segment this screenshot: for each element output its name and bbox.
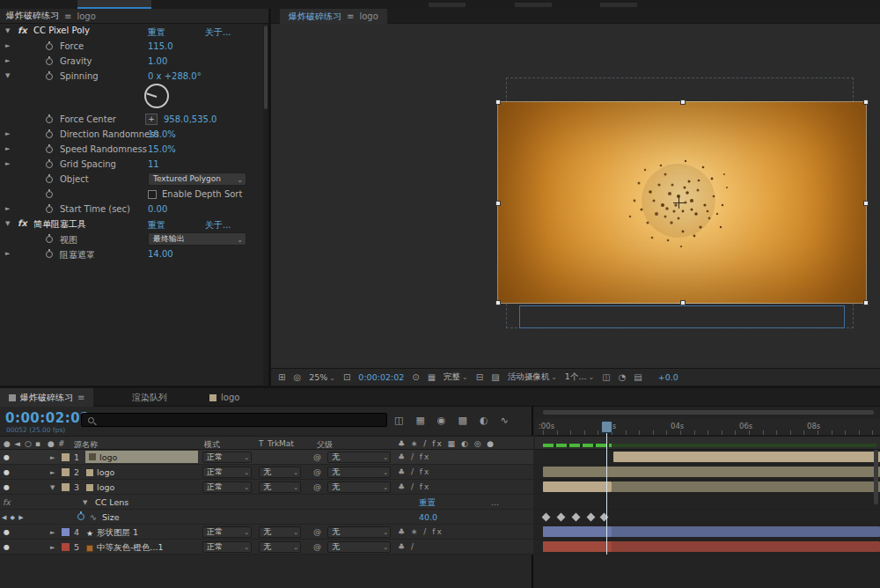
parent-dropdown[interactable]: 无⌄	[327, 452, 391, 463]
grid-guides-icon[interactable]: ⊞	[278, 372, 285, 382]
label-swatch[interactable]	[62, 468, 70, 476]
param-value[interactable]: 0.00	[148, 204, 167, 214]
transparency-grid-icon[interactable]: ▨	[491, 372, 499, 382]
zoom-dropdown[interactable]: 25%⌄	[309, 372, 335, 382]
layer-duration-bar[interactable]	[543, 481, 612, 492]
twirl-icon[interactable]: ►	[5, 57, 10, 64]
view-dropdown[interactable]: 最终输出 ⌄	[148, 232, 246, 246]
param-value[interactable]: 10.0%	[148, 129, 176, 139]
twirl-icon[interactable]: ►	[5, 130, 10, 137]
label-swatch[interactable]	[62, 453, 70, 461]
layer-name[interactable]: logo	[86, 467, 114, 477]
pickwhip-icon[interactable]: @	[313, 527, 321, 536]
twirl-open-icon[interactable]: ▼	[5, 220, 10, 227]
selection-handle[interactable]	[863, 201, 869, 206]
layer-track-4[interactable]	[535, 525, 880, 540]
graph-include-icon[interactable]: ∿	[90, 512, 97, 522]
effect-name[interactable]: CC Lens	[95, 497, 128, 507]
about-link[interactable]: 关于...	[205, 219, 231, 232]
panel-menu-icon[interactable]: ≡	[64, 11, 71, 21]
stopwatch-icon[interactable]	[46, 176, 53, 183]
fast-preview-icon[interactable]: ◔	[619, 372, 627, 382]
track-scrollbar[interactable]	[874, 450, 878, 504]
effect-controls-tab[interactable]: 爆炸破碎练习 ≡ logo	[0, 9, 268, 24]
property-value[interactable]: 40.0	[419, 512, 437, 522]
keyframe[interactable]	[557, 513, 566, 522]
stopwatch-icon[interactable]	[46, 146, 53, 153]
twirl-icon[interactable]: ►	[50, 454, 55, 461]
mask-visibility-icon[interactable]: ◎	[293, 372, 301, 382]
stopwatch-icon[interactable]	[46, 191, 53, 198]
param-value[interactable]: 15.0%	[148, 144, 176, 154]
stopwatch-icon[interactable]	[46, 73, 53, 80]
current-timecode[interactable]: 0:00:02:02	[5, 410, 90, 426]
parent-dropdown[interactable]: 无⌄	[327, 541, 391, 553]
layer-name-selected[interactable]: logo	[85, 451, 198, 463]
param-value[interactable]: 1.00	[148, 56, 167, 66]
layer-duration-bar-bright[interactable]	[543, 541, 612, 552]
layer-name[interactable]: ★ 形状图层 1	[86, 527, 138, 539]
reset-link[interactable]: 重置	[148, 26, 165, 39]
trkmat-dropdown[interactable]: 无⌄	[259, 526, 301, 538]
selection-handle[interactable]	[680, 99, 686, 105]
reset-link[interactable]: 重置	[148, 219, 165, 232]
param-value[interactable]: 115.0	[148, 41, 173, 51]
effect-name[interactable]: CC Pixel Poly	[33, 26, 90, 35]
preview-timecode[interactable]: 0:00:02:02	[358, 372, 404, 382]
blend-mode-dropdown[interactable]: 正常⌄	[202, 526, 252, 538]
mini-flowchart-icon[interactable]: ◫	[394, 415, 403, 426]
resolution-dropdown[interactable]: 完整⌄	[444, 371, 468, 383]
region-of-interest-icon[interactable]: ⊡	[343, 372, 350, 382]
stopwatch-icon[interactable]	[77, 513, 84, 520]
timeline-icon[interactable]: ▤	[634, 372, 642, 382]
twirl-icon[interactable]: ►	[5, 205, 10, 212]
stopwatch-icon[interactable]	[46, 43, 53, 50]
workspace-tab-fragment[interactable]	[77, 0, 151, 9]
panel-menu-icon[interactable]: ≡	[77, 393, 84, 402]
timeline-track-area[interactable]: :00s 02s 04s 06s 08s	[535, 407, 880, 588]
blend-mode-dropdown[interactable]: 正常⌄	[202, 541, 252, 553]
stopwatch-icon[interactable]	[46, 116, 53, 123]
label-swatch[interactable]	[62, 543, 70, 551]
layer-row-2[interactable]: ● ► 2 logo 正常⌄ 无⌄ @ 无⌄ ♣ / fx	[0, 465, 533, 480]
selection-handle[interactable]	[863, 99, 869, 105]
rotation-dial[interactable]	[144, 84, 169, 108]
twirl-open-icon[interactable]: ▼	[5, 27, 10, 34]
blend-mode-dropdown[interactable]: 正常⌄	[202, 481, 252, 493]
label-swatch[interactable]	[62, 483, 70, 491]
keyframe[interactable]	[542, 513, 551, 522]
parent-dropdown[interactable]: 无⌄	[327, 526, 391, 538]
twirl-icon[interactable]: ►	[50, 469, 55, 476]
effect-header-row[interactable]: ▼ fx 简单阻塞工具 重置 关于...	[0, 217, 262, 232]
layer-row-3[interactable]: ● ▼ 3 logo 正常⌄ 无⌄ @ 无⌄ ♣ / fx	[0, 480, 533, 495]
property-row-size[interactable]: ◀ ◆ ▶ ∿ Size 40.0	[0, 510, 533, 525]
work-area-bar[interactable]	[543, 410, 874, 415]
twirl-icon[interactable]: ►	[5, 250, 10, 257]
snapshot-icon[interactable]: ⊙	[412, 372, 419, 382]
time-ruler[interactable]: :00s 02s 04s 06s 08s	[535, 419, 880, 436]
layer-duration-bar[interactable]	[613, 452, 880, 462]
layer-switches[interactable]: ♣ / fx	[398, 482, 430, 491]
layer-duration-bar-bright[interactable]	[543, 526, 612, 537]
playhead-line[interactable]	[606, 433, 607, 555]
search-box[interactable]	[81, 413, 387, 427]
layer-switches[interactable]: ♣ ∗ / fx	[398, 527, 444, 536]
enable-depth-sort-checkbox[interactable]	[148, 190, 157, 199]
scrollbar[interactable]	[263, 24, 268, 386]
visibility-eye-icon[interactable]: ●	[4, 453, 10, 461]
visibility-eye-icon[interactable]: ●	[4, 483, 10, 491]
trkmat-dropdown[interactable]: 无⌄	[259, 541, 301, 553]
tab-render-queue[interactable]: 渲染队列	[123, 388, 176, 407]
more-options[interactable]: ...	[491, 497, 499, 507]
param-value[interactable]: 958.0,535.0	[164, 114, 216, 124]
reset-link[interactable]: 重置	[419, 497, 436, 509]
search-input[interactable]	[99, 415, 381, 425]
twirl-icon[interactable]: ►	[50, 544, 55, 551]
visibility-eye-icon[interactable]: ●	[4, 468, 10, 476]
parent-dropdown[interactable]: 无⌄	[327, 467, 391, 478]
pickwhip-icon[interactable]: @	[313, 542, 321, 551]
point-crosshair-button[interactable]: +	[145, 114, 158, 125]
trkmat-dropdown[interactable]: 无⌄	[259, 481, 301, 493]
pickwhip-icon[interactable]: @	[313, 482, 321, 491]
layer-name[interactable]: 中等灰色-橙色...1	[86, 542, 164, 554]
